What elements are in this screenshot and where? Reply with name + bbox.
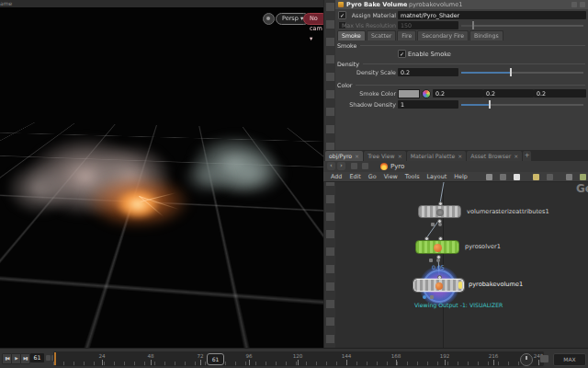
path-location[interactable]: Pyro <box>390 161 404 172</box>
enable-smoke-checkbox[interactable]: ✓ <box>398 50 406 58</box>
assign-material-field[interactable]: matnet/Pyro_Shader <box>398 11 586 19</box>
visualizer-annotation: Viewing Output -1: VISUALIZER <box>414 302 503 308</box>
tab-scatter[interactable]: Scatter <box>367 30 396 40</box>
cursor-icon[interactable] <box>500 174 506 180</box>
current-frame-field[interactable]: 61 <box>30 353 44 362</box>
menu-go[interactable]: Go <box>368 173 377 180</box>
menu-layout[interactable]: Layout <box>427 173 447 180</box>
pane-icon-button[interactable] <box>571 2 577 7</box>
max-vis-field[interactable]: 150 <box>398 21 458 29</box>
new-tab-button[interactable]: + <box>523 151 531 161</box>
display-flag[interactable] <box>458 282 462 289</box>
max-vis-slider[interactable] <box>461 21 583 29</box>
density-scale-slider[interactable] <box>461 68 583 76</box>
flag-badge-icon[interactable] <box>438 223 442 226</box>
section-color: Color <box>337 82 585 88</box>
lock-badge-icon[interactable] <box>429 259 433 262</box>
grid-icon[interactable] <box>547 174 553 180</box>
network-editor[interactable]: Ge volumerasterizeattributes1 pyrosolver… <box>335 182 588 348</box>
menu-add[interactable]: Add <box>331 173 342 180</box>
density-scale-field[interactable]: 0.2 <box>398 68 458 76</box>
node-core-icon <box>436 209 444 216</box>
pane-tab-material-palette[interactable]: Material Palette × <box>407 151 467 161</box>
tick-label: 144 <box>340 353 353 359</box>
tab-fire[interactable]: Fire <box>397 30 416 40</box>
pane-icon-button[interactable] <box>580 2 585 7</box>
houdini-window: ame Persp ▾ No cam ▾ Pyro Ba <box>0 0 588 368</box>
color-wheel-icon[interactable] <box>422 89 431 98</box>
no-cam-button[interactable]: No cam ▾ <box>303 13 323 25</box>
node-label[interactable]: pyrobakevolume1 <box>469 281 523 288</box>
menu-tools[interactable]: Tools <box>405 173 420 180</box>
pane-tab-asset-browser[interactable]: Asset Browser × <box>467 151 522 161</box>
path-mode-icon[interactable] <box>362 163 368 169</box>
close-icon[interactable]: × <box>355 151 359 161</box>
flag-badge-icon[interactable] <box>436 259 440 262</box>
viewport-3d[interactable]: Persp ▾ No cam ▾ <box>0 7 323 348</box>
tick-label: 72 <box>194 353 207 359</box>
smoke-color-r-field[interactable]: 0.2 <box>433 89 483 98</box>
tick-label: 48 <box>144 353 157 359</box>
playhead[interactable]: 61 <box>207 353 224 365</box>
section-density: Density <box>337 61 585 67</box>
wrench-icon[interactable] <box>486 174 492 180</box>
close-icon[interactable]: × <box>458 151 462 161</box>
close-icon[interactable]: × <box>398 151 402 161</box>
node-core-icon <box>434 244 442 252</box>
shadow-density-field[interactable]: 1 <box>398 100 458 109</box>
tick-label: 24 <box>96 353 108 359</box>
layout-icon[interactable] <box>566 174 572 180</box>
playback-speed-dial[interactable] <box>520 353 533 366</box>
node-wires <box>335 182 588 348</box>
menu-edit[interactable]: Edit <box>349 173 360 180</box>
snap-icon[interactable] <box>514 174 520 180</box>
pane-tab-tree-view[interactable]: Tree View × <box>364 151 406 161</box>
notes-icon[interactable] <box>580 174 586 180</box>
tick-label: 216 <box>487 353 500 359</box>
no-cam-label: No cam <box>310 15 322 32</box>
menu-view[interactable]: View <box>384 173 398 180</box>
pane-tab-network[interactable]: obj/Pyro × <box>325 151 363 161</box>
tab-smoke[interactable]: Smoke <box>337 30 366 40</box>
param-title-bar[interactable]: Pyro Bake Volume pyrobakevolume1 <box>335 0 588 9</box>
nav-back-button[interactable]: ‹ <box>327 162 335 170</box>
menu-help[interactable]: Help <box>454 173 468 180</box>
node-pyrobakevolume1[interactable] <box>413 279 464 292</box>
frame-start-marker <box>54 352 56 365</box>
playback-mode-button[interactable]: MAX <box>553 353 586 366</box>
param-title: Pyro Bake Volume <box>346 0 407 9</box>
visualize-badge-icon[interactable] <box>423 295 426 299</box>
smoke-color-g-field[interactable]: 0.2 <box>483 89 534 98</box>
smoke-color-swatch[interactable] <box>398 89 420 98</box>
node-pyrosolver1[interactable] <box>415 240 459 254</box>
loop-mode-icon[interactable] <box>46 355 51 361</box>
flipbook-icon[interactable] <box>540 355 548 362</box>
palette-icon[interactable] <box>533 174 539 180</box>
timeline[interactable]: 24 48 72 96 120 144 168 192 216 240 61 <box>53 351 544 366</box>
node-volumerasterizeattributes1[interactable] <box>418 205 461 218</box>
smoke-color-b-field[interactable]: 0.2 <box>534 89 586 98</box>
node-label[interactable]: pyrosolver1 <box>465 243 501 250</box>
tab-bindings[interactable]: Bindings <box>469 30 503 40</box>
shadow-density-slider[interactable] <box>461 100 583 109</box>
param-tabs: Smoke Scatter Fire Secondary Fire Bindin… <box>337 30 503 40</box>
tab-secondary-fire[interactable]: Secondary Fire <box>417 30 469 40</box>
shadow-density-label: Shadow Density <box>335 101 396 108</box>
pin-icon[interactable] <box>351 163 357 169</box>
step-forward-button[interactable]: ▶▮ <box>20 353 30 364</box>
enable-smoke-label: Enable Smoke <box>408 51 451 58</box>
node-core-icon <box>435 282 443 290</box>
chevron-down-icon: ▾ <box>310 35 312 42</box>
network-menu-bar: Add Edit Go View Tools Layout Help <box>323 172 588 182</box>
camera-lock-icon[interactable] <box>263 13 275 25</box>
smoke-color-label: Smoke Color <box>335 90 396 97</box>
pyro-network-icon <box>380 163 388 170</box>
flag-badge-icon[interactable] <box>430 295 434 299</box>
tick-label: 96 <box>243 353 255 359</box>
smoke-cloud <box>182 158 232 195</box>
close-icon[interactable]: × <box>514 151 518 161</box>
nav-forward-button[interactable]: › <box>337 162 345 170</box>
top-menu-strip: ame <box>0 0 323 7</box>
lock-badge-icon[interactable] <box>431 223 435 226</box>
node-label[interactable]: volumerasterizeattributes1 <box>467 208 549 215</box>
